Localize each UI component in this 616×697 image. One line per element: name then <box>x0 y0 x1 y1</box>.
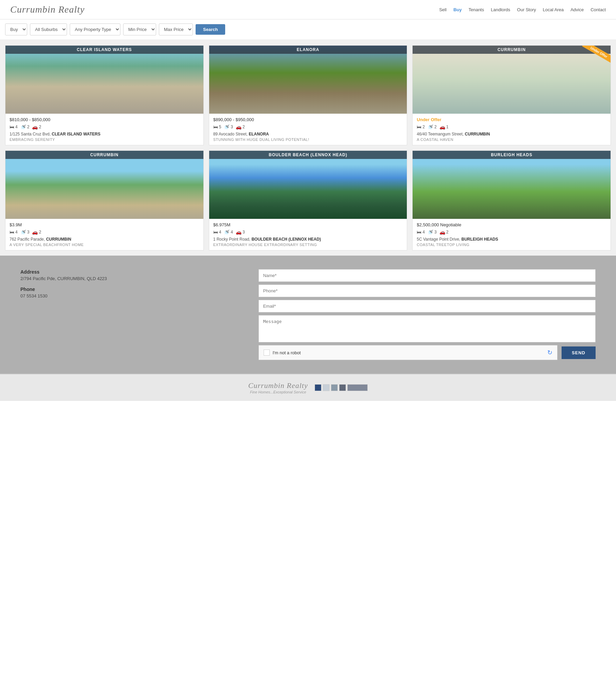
listing-features: 🛏 4 🚿 3 🚗 2 <box>10 229 199 235</box>
contact-form: I'm not a robot ↻ SEND <box>258 269 596 360</box>
listings-grid: CLEAR ISLAND WATERS $810,000 - $850,000 … <box>0 40 616 256</box>
recaptcha-icon: ↻ <box>547 349 552 356</box>
listing-info: $6.975M 🛏 4 🚿 4 🚗 3 1 Rocky Point Road, … <box>209 219 407 250</box>
swatch-3 <box>331 384 338 391</box>
baths-feature: 🚿 2 <box>427 124 437 130</box>
car-icon: 🚗 <box>32 229 38 235</box>
listing-info: Under Offer 🛏 2 🚿 2 🚗 1 46/40 Teemangum … <box>412 114 611 145</box>
listing-image: CLEAR ISLAND WATERS <box>5 46 204 114</box>
listing-card[interactable]: CURRUMBIN $3.9M 🛏 4 🚿 3 🚗 2 762 Pacifi <box>5 150 204 251</box>
cars-feature: 🚗 2 <box>32 229 41 235</box>
send-button[interactable]: SEND <box>561 346 596 359</box>
baths-feature: 🚿 3 <box>224 124 233 130</box>
listing-card[interactable]: BURLEIGH HEADS $2,500,000 Negotiable 🛏 4… <box>412 150 611 251</box>
footer-logo-area: Currumbin Realty Fine Homes...Exceptiona… <box>248 381 308 394</box>
listing-price: Under Offer <box>417 117 606 122</box>
cars-feature: 🚗 2 <box>236 124 245 130</box>
listing-title: EMBRACING SERENITY <box>10 137 199 142</box>
car-icon: 🚗 <box>439 124 445 130</box>
address-label: Address <box>20 269 245 275</box>
nav-contact[interactable]: Contact <box>590 7 606 12</box>
listing-image: CURRUMBIN <box>5 151 204 219</box>
swatch-2 <box>323 384 330 391</box>
recaptcha-row: I'm not a robot ↻ SEND <box>258 345 596 360</box>
bath-icon: 🚿 <box>427 229 433 235</box>
phone-value: 07 5534 1530 <box>20 293 245 298</box>
suburb-label: BURLEIGH HEADS <box>412 151 611 159</box>
listing-card[interactable]: BOULDER BEACH (LENNOX HEAD) $6.975M 🛏 4 … <box>209 150 407 251</box>
bed-icon: 🛏 <box>213 229 218 235</box>
car-icon: 🚗 <box>236 124 241 130</box>
nav-sell[interactable]: Sell <box>439 7 447 12</box>
listing-image: CURRUMBIN Under Offer <box>412 46 611 114</box>
phone-input[interactable] <box>258 284 596 297</box>
beds-feature: 🛏 4 <box>213 229 222 235</box>
listing-title: COASTAL TREETOP LIVING <box>417 243 606 247</box>
suburb-label: CURRUMBIN <box>412 46 611 54</box>
bath-icon: 🚿 <box>427 124 433 130</box>
baths-feature: 🚿 3 <box>20 229 30 235</box>
suburb-select[interactable]: All Suburbs <box>30 24 67 35</box>
swatch-1 <box>315 384 321 391</box>
nav-landlords[interactable]: Landlords <box>491 7 510 12</box>
max-price-select[interactable]: Max Price <box>159 24 193 35</box>
search-button[interactable]: Search <box>196 24 225 35</box>
listing-address: 762 Pacific Parade, CURRUMBIN <box>10 237 199 242</box>
nav-buy[interactable]: Buy <box>453 7 462 12</box>
bath-icon: 🚿 <box>224 229 230 235</box>
address-value: 2/794 Pacific Pde, CURRUMBIN, QLD 4223 <box>20 276 245 281</box>
beds-feature: 🛏 2 <box>417 124 425 130</box>
recaptcha-label: I'm not a robot <box>272 350 301 355</box>
listing-features: 🛏 4 🚿 4 🚗 3 <box>213 229 403 235</box>
type-select[interactable]: Buy <box>5 24 27 35</box>
swatch-5 <box>347 384 368 391</box>
baths-feature: 🚿 3 <box>427 229 437 235</box>
footer-logo: Currumbin Realty <box>248 381 308 390</box>
listing-info: $890,000 - $950,000 🛏 5 🚿 3 🚗 2 89 Avoca… <box>209 114 407 145</box>
listing-address: 89 Avocado Street, ELANORA <box>213 132 403 136</box>
header: Currumbin Realty Sell Buy Tenants Landlo… <box>0 0 616 19</box>
suburb-label: CLEAR ISLAND WATERS <box>5 46 204 54</box>
cars-feature: 🚗 1 <box>439 124 449 130</box>
listing-card[interactable]: ELANORA $890,000 - $950,000 🛏 5 🚿 3 🚗 2 <box>209 45 407 145</box>
nav-our-story[interactable]: Our Story <box>517 7 536 12</box>
bath-icon: 🚿 <box>20 124 26 130</box>
contact-info: Address 2/794 Pacific Pde, CURRUMBIN, QL… <box>20 269 245 304</box>
nav-local-area[interactable]: Local Area <box>543 7 564 12</box>
property-type-select[interactable]: Any Property Type <box>70 24 120 35</box>
listing-image: BOULDER BEACH (LENNOX HEAD) <box>209 151 407 219</box>
listing-card[interactable]: CURRUMBIN Under Offer Under Offer 🛏 2 🚿 … <box>412 45 611 145</box>
bed-icon: 🛏 <box>417 229 421 235</box>
recaptcha-checkbox[interactable] <box>264 350 270 356</box>
logo: Currumbin Realty <box>10 4 85 15</box>
cars-feature: 🚗 2 <box>439 229 449 235</box>
nav-advice[interactable]: Advice <box>570 7 584 12</box>
suburb-label: BOULDER BEACH (LENNOX HEAD) <box>209 151 407 159</box>
listing-title: A VERY SPECIAL BEACHFRONT HOME <box>10 243 199 247</box>
bed-icon: 🛏 <box>213 124 218 130</box>
email-input[interactable] <box>258 300 596 312</box>
name-input[interactable] <box>258 269 596 282</box>
swatch-4 <box>339 384 346 391</box>
listing-address: 5C Vantage Point Drive, BURLEIGH HEADS <box>417 237 606 242</box>
baths-feature: 🚿 4 <box>224 229 233 235</box>
listing-image: ELANORA <box>209 46 407 114</box>
listing-image: BURLEIGH HEADS <box>412 151 611 219</box>
footer-tagline: Fine Homes...Exceptional Service <box>250 390 306 394</box>
listing-address: 1/125 Santa Cruz Bvd, CLEAR ISLAND WATER… <box>10 132 199 136</box>
min-price-select[interactable]: Min Price <box>123 24 156 35</box>
beds-feature: 🛏 4 <box>10 229 18 235</box>
bed-icon: 🛏 <box>417 124 421 130</box>
listing-address: 46/40 Teemangum Street, CURRUMBIN <box>417 132 606 136</box>
listing-info: $2,500,000 Negotiable 🛏 4 🚿 3 🚗 2 5C Van… <box>412 219 611 250</box>
recaptcha-box[interactable]: I'm not a robot ↻ <box>258 345 557 360</box>
color-swatches <box>315 384 368 391</box>
listing-price: $3.9M <box>10 222 199 227</box>
nav-tenants[interactable]: Tenants <box>468 7 484 12</box>
cars-feature: 🚗 2 <box>32 124 41 130</box>
car-icon: 🚗 <box>236 229 241 235</box>
bottom-footer: Currumbin Realty Fine Homes...Exceptiona… <box>0 374 616 401</box>
listing-card[interactable]: CLEAR ISLAND WATERS $810,000 - $850,000 … <box>5 45 204 145</box>
search-bar: Buy All Suburbs Any Property Type Min Pr… <box>0 19 616 40</box>
message-input[interactable] <box>258 315 596 342</box>
